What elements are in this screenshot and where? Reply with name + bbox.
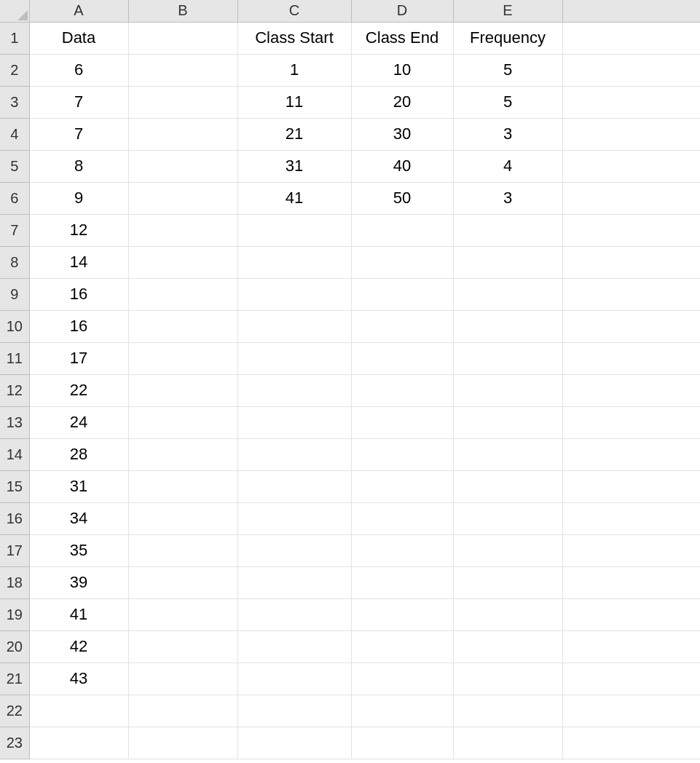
col-header-D[interactable]: D (351, 0, 453, 22)
cell-E12[interactable] (453, 374, 562, 406)
cell-F20[interactable] (562, 630, 700, 663)
cell-C2[interactable]: 1 (237, 54, 351, 86)
cell-B23[interactable] (128, 727, 237, 759)
row-header-9[interactable]: 9 (0, 278, 29, 310)
row-header-23[interactable]: 23 (0, 727, 29, 759)
cell-D21[interactable] (351, 663, 453, 695)
cell-D17[interactable] (351, 534, 453, 566)
cell-D9[interactable] (351, 278, 453, 310)
cell-E14[interactable] (453, 438, 562, 470)
cell-A8[interactable]: 14 (29, 246, 128, 278)
row-header-15[interactable]: 15 (0, 470, 29, 502)
spreadsheet-grid[interactable]: A B C D E 1 Data Class Start Class End F… (0, 0, 700, 759)
select-all-corner[interactable] (0, 0, 29, 22)
cell-D7[interactable] (351, 214, 453, 246)
row-header-20[interactable]: 20 (0, 630, 29, 663)
row-header-4[interactable]: 4 (0, 118, 29, 150)
cell-D4[interactable]: 30 (351, 118, 453, 150)
cell-E6[interactable]: 3 (453, 182, 562, 214)
cell-F19[interactable] (562, 598, 700, 630)
cell-B9[interactable] (128, 278, 237, 310)
cell-E3[interactable]: 5 (453, 86, 562, 118)
cell-A18[interactable]: 39 (29, 566, 128, 598)
cell-E10[interactable] (453, 310, 562, 342)
cell-E20[interactable] (453, 630, 562, 663)
cell-A21[interactable]: 43 (29, 663, 128, 695)
cell-F12[interactable] (562, 374, 700, 406)
cell-E2[interactable]: 5 (453, 54, 562, 86)
cell-E15[interactable] (453, 470, 562, 502)
cell-B6[interactable] (128, 182, 237, 214)
cell-F10[interactable] (562, 310, 700, 342)
cell-F6[interactable] (562, 182, 700, 214)
cell-D3[interactable]: 20 (351, 86, 453, 118)
row-header-5[interactable]: 5 (0, 150, 29, 182)
cell-A17[interactable]: 35 (29, 534, 128, 566)
cell-B22[interactable] (128, 695, 237, 727)
cell-B20[interactable] (128, 630, 237, 663)
cell-A20[interactable]: 42 (29, 630, 128, 663)
cell-A10[interactable]: 16 (29, 310, 128, 342)
cell-C7[interactable] (237, 214, 351, 246)
cell-C17[interactable] (237, 534, 351, 566)
cell-A16[interactable]: 34 (29, 502, 128, 534)
cell-D1[interactable]: Class End (351, 22, 453, 54)
cell-D12[interactable] (351, 374, 453, 406)
cell-F14[interactable] (562, 438, 700, 470)
row-header-17[interactable]: 17 (0, 534, 29, 566)
cell-B14[interactable] (128, 438, 237, 470)
cell-D20[interactable] (351, 630, 453, 663)
cell-D8[interactable] (351, 246, 453, 278)
cell-B18[interactable] (128, 566, 237, 598)
cell-E5[interactable]: 4 (453, 150, 562, 182)
cell-E23[interactable] (453, 727, 562, 759)
cell-F1[interactable] (562, 22, 700, 54)
cell-C11[interactable] (237, 342, 351, 374)
cell-A13[interactable]: 24 (29, 406, 128, 438)
cell-B2[interactable] (128, 54, 237, 86)
cell-A19[interactable]: 41 (29, 598, 128, 630)
cell-B5[interactable] (128, 150, 237, 182)
cell-E21[interactable] (453, 663, 562, 695)
cell-C6[interactable]: 41 (237, 182, 351, 214)
cell-E11[interactable] (453, 342, 562, 374)
cell-A6[interactable]: 9 (29, 182, 128, 214)
row-header-2[interactable]: 2 (0, 54, 29, 86)
cell-D22[interactable] (351, 695, 453, 727)
col-header-B[interactable]: B (128, 0, 237, 22)
cell-A5[interactable]: 8 (29, 150, 128, 182)
cell-A9[interactable]: 16 (29, 278, 128, 310)
col-header-E[interactable]: E (453, 0, 562, 22)
cell-B16[interactable] (128, 502, 237, 534)
cell-F4[interactable] (562, 118, 700, 150)
cell-D2[interactable]: 10 (351, 54, 453, 86)
cell-C9[interactable] (237, 278, 351, 310)
row-header-7[interactable]: 7 (0, 214, 29, 246)
cell-E8[interactable] (453, 246, 562, 278)
cell-C1[interactable]: Class Start (237, 22, 351, 54)
row-header-10[interactable]: 10 (0, 310, 29, 342)
cell-B8[interactable] (128, 246, 237, 278)
row-header-13[interactable]: 13 (0, 406, 29, 438)
cell-E4[interactable]: 3 (453, 118, 562, 150)
row-header-11[interactable]: 11 (0, 342, 29, 374)
cell-E18[interactable] (453, 566, 562, 598)
cell-C5[interactable]: 31 (237, 150, 351, 182)
row-header-19[interactable]: 19 (0, 598, 29, 630)
cell-B7[interactable] (128, 214, 237, 246)
row-header-12[interactable]: 12 (0, 374, 29, 406)
cell-C14[interactable] (237, 438, 351, 470)
cell-A22[interactable] (29, 695, 128, 727)
cell-F2[interactable] (562, 54, 700, 86)
cell-A4[interactable]: 7 (29, 118, 128, 150)
cell-A23[interactable] (29, 727, 128, 759)
cell-D16[interactable] (351, 502, 453, 534)
cell-A2[interactable]: 6 (29, 54, 128, 86)
cell-E19[interactable] (453, 598, 562, 630)
cell-A3[interactable]: 7 (29, 86, 128, 118)
col-header-A[interactable]: A (29, 0, 128, 22)
row-header-1[interactable]: 1 (0, 22, 29, 54)
cell-C8[interactable] (237, 246, 351, 278)
cell-F9[interactable] (562, 278, 700, 310)
cell-B12[interactable] (128, 374, 237, 406)
